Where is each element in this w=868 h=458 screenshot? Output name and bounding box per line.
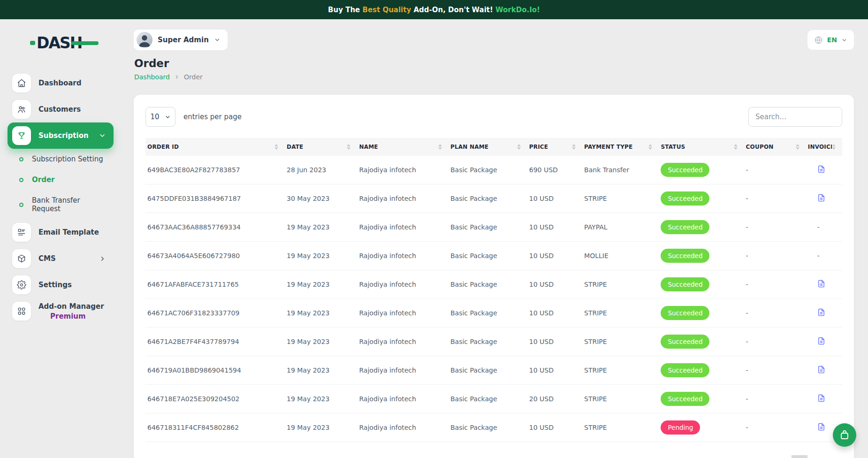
coupon-cell: - [744, 356, 806, 385]
sort-icon[interactable] [274, 144, 278, 150]
page-1-button[interactable]: 1 [792, 455, 807, 458]
table-row: 64673AAC36A88857769334 19 May 2023 Rajod… [145, 213, 842, 242]
breadcrumb-separator-icon [174, 74, 180, 80]
language-code: EN [827, 36, 837, 44]
banner-workdo-link[interactable]: WorkDo.Io! [495, 6, 540, 14]
topbar: Super Admin EN [134, 30, 854, 50]
sidebar-item-label: Add-on Manager [38, 302, 104, 311]
order-id-cell: 646718311F4CF845802862 [145, 413, 285, 442]
name-cell: Rajodiya infotech [357, 270, 449, 299]
payment-cell: STRIPE [582, 328, 659, 356]
template-list-icon [12, 223, 31, 242]
invoice-file-icon[interactable] [817, 194, 825, 202]
chevron-down-icon [165, 114, 171, 120]
premium-badge: Premium [50, 312, 104, 321]
sidebar-item-cms[interactable]: CMS [8, 245, 114, 272]
invoice-file-icon[interactable] [817, 366, 825, 374]
bullet-icon [19, 178, 23, 182]
status-badge: Succeeded [661, 220, 709, 234]
payment-cell: STRIPE [582, 356, 659, 385]
logo-dot [30, 41, 35, 45]
column-header-order-id[interactable]: ORDER ID [145, 138, 285, 156]
invoice-file-icon[interactable] [817, 165, 825, 173]
sort-icon[interactable] [648, 144, 652, 150]
order-id-cell: 64673AAC36A88857769334 [145, 213, 285, 242]
sort-icon[interactable] [796, 144, 799, 150]
sort-icon[interactable] [572, 144, 576, 150]
search-input[interactable] [748, 107, 842, 127]
pagination: 1 2 [792, 455, 838, 458]
column-header-plan-name[interactable]: PLAN NAME [449, 138, 527, 156]
sort-icon[interactable] [734, 144, 738, 150]
date-cell: 19 May 2023 [285, 270, 357, 299]
price-cell: 10 USD [527, 356, 582, 385]
sort-icon[interactable] [347, 144, 350, 150]
sort-icon[interactable] [517, 144, 521, 150]
sidebar-subitem-subscription-setting[interactable]: Subscription Setting [8, 149, 114, 169]
brand-logo[interactable]: DASH [30, 34, 100, 51]
status-badge: Succeeded [661, 277, 709, 291]
date-cell: 19 May 2023 [285, 413, 357, 442]
column-header-payment-type[interactable]: PAYMENT TYPE [582, 138, 659, 156]
entries-per-page-select[interactable]: 10 [145, 107, 175, 127]
sort-icon[interactable] [438, 144, 442, 150]
breadcrumb-dashboard-link[interactable]: Dashboard [134, 73, 170, 81]
column-header-name[interactable]: NAME [357, 138, 449, 156]
sidebar-item-label: CMS [38, 254, 56, 263]
status-badge: Succeeded [661, 191, 709, 206]
status-badge: Pending [661, 420, 700, 435]
breadcrumb-current: Order [184, 73, 203, 81]
status-cell: Pending [659, 413, 744, 442]
name-cell: Rajodiya infotech [357, 299, 449, 328]
invoice-file-icon[interactable] [817, 423, 825, 431]
sidebar-subitem-label: Order [32, 176, 54, 184]
logo-bar [71, 41, 99, 45]
column-header-invoice[interactable]: INVOICE [806, 138, 842, 156]
sidebar-item-email-template[interactable]: Email Template [8, 219, 114, 245]
table-row: 64671A2BE7F4F437789794 19 May 2023 Rajod… [145, 328, 842, 356]
page-title: Order [134, 57, 854, 69]
column-header-date[interactable]: DATE [285, 138, 357, 156]
status-badge: Succeeded [661, 249, 709, 263]
order-id-cell: 64671AFABFACE731711765 [145, 270, 285, 299]
user-menu[interactable]: Super Admin [134, 30, 228, 50]
sidebar-item-settings[interactable]: Settings [8, 272, 114, 298]
coupon-cell: - [744, 156, 806, 184]
cart-fab-button[interactable] [833, 423, 856, 447]
sidebar-subitem-bank-transfer-request[interactable]: Bank Transfer Request [8, 190, 114, 219]
payment-cell: MOLLIE [582, 242, 659, 270]
column-header-price[interactable]: PRICE [527, 138, 582, 156]
sidebar-subitem-order[interactable]: Order [8, 169, 114, 190]
sidebar-item-customers[interactable]: Customers [8, 96, 114, 122]
breadcrumb: Dashboard Order [134, 73, 854, 81]
shopping-bag-icon [839, 429, 850, 441]
invoice-file-icon[interactable] [817, 337, 825, 345]
price-cell: 10 USD [527, 213, 582, 242]
date-cell: 19 May 2023 [285, 385, 357, 413]
language-selector[interactable]: EN [807, 30, 854, 50]
plan-cell: Basic Package [449, 184, 527, 213]
status-cell: Succeeded [659, 242, 744, 270]
sort-icon[interactable] [832, 144, 836, 150]
bullet-icon [19, 157, 23, 161]
invoice-file-icon[interactable] [817, 394, 825, 402]
payment-cell: PAYPAL [582, 213, 659, 242]
sidebar-item-dashboard[interactable]: Dashboard [8, 70, 114, 96]
coupon-cell: - [744, 270, 806, 299]
sidebar-item-subscription[interactable]: Subscription [8, 122, 114, 149]
sidebar-item-addon-manager[interactable]: Add-on Manager Premium [8, 298, 114, 324]
name-cell: Rajodiya infotech [357, 242, 449, 270]
invoice-file-icon[interactable] [817, 280, 825, 288]
payment-cell: Bank Transfer [582, 156, 659, 184]
column-header-coupon[interactable]: COUPON [744, 138, 806, 156]
order-id-cell: 6475DDFE031B3884967187 [145, 184, 285, 213]
avatar [137, 32, 152, 48]
invoice-cell [806, 385, 842, 413]
invoice-cell [806, 299, 842, 328]
orders-table: ORDER ID DATE NAME PLAN NAME PRICE PAYME… [145, 138, 842, 442]
column-header-status[interactable]: STATUS [659, 138, 744, 156]
chevron-down-icon [841, 37, 847, 43]
sidebar-subitem-label: Bank Transfer Request [32, 196, 109, 213]
price-cell: 10 USD [527, 299, 582, 328]
invoice-file-icon[interactable] [817, 308, 825, 316]
